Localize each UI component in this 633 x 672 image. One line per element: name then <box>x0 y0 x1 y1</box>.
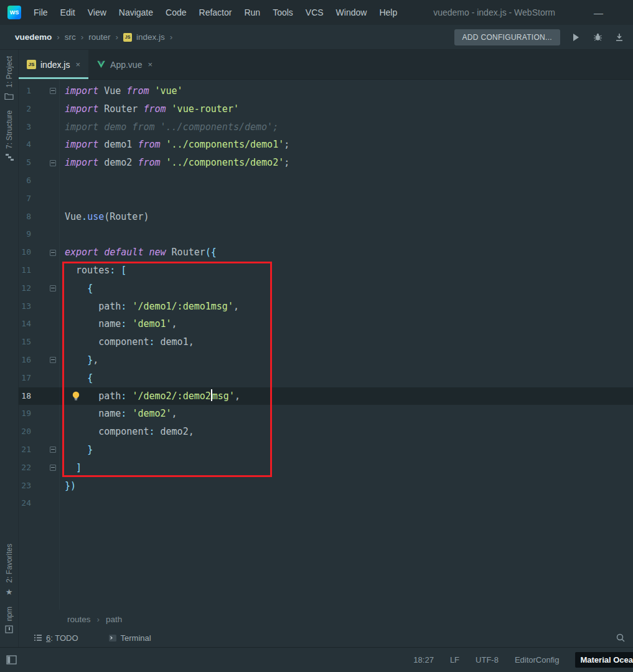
code-line-9[interactable]: 9 <box>19 225 633 244</box>
fold-spacer <box>50 142 56 148</box>
terminal-tool-button[interactable]: Terminal <box>105 633 155 643</box>
gutter: 18 <box>19 387 59 405</box>
gutter: 11 <box>19 262 59 280</box>
code-line-17[interactable]: 17 { <box>19 369 633 387</box>
gutter: 24 <box>19 495 59 513</box>
breadcrumb-file[interactable]: index.js <box>135 31 166 43</box>
line-number: 17 <box>19 369 31 387</box>
code-text: name: 'demo2', <box>59 405 177 423</box>
code-line-8[interactable]: 8Vue.use(Router) <box>19 208 633 226</box>
fold-spacer <box>50 232 56 238</box>
code-line-24[interactable]: 24 <box>19 495 633 513</box>
close-tab-icon[interactable]: × <box>148 60 152 69</box>
fold-spacer <box>50 411 56 417</box>
code-line-11[interactable]: 11 routes: [ <box>19 262 633 280</box>
fold-marker-icon[interactable] <box>50 88 56 94</box>
code-line-15[interactable]: 15 component: demo1, <box>19 333 633 351</box>
intention-bulb-icon[interactable] <box>71 390 81 402</box>
menu-window[interactable]: Window <box>330 5 373 20</box>
fold-spacer <box>50 214 56 220</box>
tab-index-js[interactable]: JS index.js × <box>19 50 88 79</box>
code-line-18[interactable]: 18 path: '/demo2/:demo2msg', <box>19 387 633 405</box>
gutter: 1 <box>19 82 59 100</box>
breadcrumb-router[interactable]: router <box>87 31 111 43</box>
code-line-6[interactable]: 6 <box>19 172 633 190</box>
layout-toggle-icon[interactable] <box>6 655 17 665</box>
todo-tool-button[interactable]: 6: TODO <box>30 633 82 643</box>
menu-navigate[interactable]: Navigate <box>113 5 159 20</box>
code-line-14[interactable]: 14 name: 'demo1', <box>19 315 633 333</box>
menu-view[interactable]: View <box>82 5 113 20</box>
line-number: 9 <box>19 225 31 244</box>
gutter: 10 <box>19 244 59 262</box>
code-line-13[interactable]: 13 path: '/demo1/:demo1msg', <box>19 298 633 316</box>
code-line-16[interactable]: 16 }, <box>19 351 633 369</box>
tool-window-favorites[interactable]: 2: Favorites ★ <box>5 544 14 597</box>
code-line-23[interactable]: 23}) <box>19 477 633 495</box>
line-number: 21 <box>19 441 31 459</box>
breadcrumb-path[interactable]: path <box>106 615 122 624</box>
menu-code[interactable]: Code <box>159 5 192 20</box>
file-encoding[interactable]: UTF-8 <box>476 655 499 665</box>
breadcrumb-separator: › <box>97 615 100 624</box>
code-line-10[interactable]: 10export default new Router({ <box>19 244 633 262</box>
menu-tools[interactable]: Tools <box>266 5 299 20</box>
menu-help[interactable]: Help <box>373 5 403 20</box>
editorconfig-widget[interactable]: EditorConfig <box>515 655 560 665</box>
menu-run[interactable]: Run <box>238 5 266 20</box>
fold-marker-icon[interactable] <box>50 160 56 166</box>
navigation-bar: vuedemo › src › router › JS index.js › A… <box>0 25 633 50</box>
webstorm-logo-icon: WS <box>7 6 21 19</box>
gutter: 20 <box>19 423 59 441</box>
fold-marker-icon[interactable] <box>50 357 56 363</box>
fold-marker-icon[interactable] <box>50 465 56 471</box>
code-line-5[interactable]: 5import demo2 from '../components/demo2'… <box>19 154 633 172</box>
menu-refactor[interactable]: Refactor <box>193 5 238 20</box>
code-line-20[interactable]: 20 component: demo2, <box>19 423 633 441</box>
code-text: component: demo2, <box>59 423 194 441</box>
caret-position[interactable]: 18:27 <box>413 655 434 665</box>
gutter: 2 <box>19 100 59 118</box>
fold-marker-icon[interactable] <box>50 447 56 453</box>
tab-app-vue[interactable]: App.vue × <box>88 50 161 79</box>
search-everywhere-icon[interactable] <box>614 632 627 644</box>
tool-window-project[interactable]: 1: Project <box>4 56 14 100</box>
line-number: 13 <box>19 298 31 316</box>
code-line-3[interactable]: 3import demo from '../components/demo'; <box>19 118 633 136</box>
add-configuration-button[interactable]: ADD CONFIGURATION... <box>454 29 560 45</box>
close-tab-icon[interactable]: × <box>75 60 80 69</box>
terminal-icon <box>108 634 117 642</box>
update-project-icon[interactable] <box>613 31 626 44</box>
debug-bug-icon[interactable] <box>591 31 604 44</box>
code-line-19[interactable]: 19 name: 'demo2', <box>19 405 633 423</box>
fold-spacer <box>50 124 56 130</box>
code-line-2[interactable]: 2import Router from 'vue-router' <box>19 100 633 118</box>
line-number: 20 <box>19 423 31 441</box>
menu-file[interactable]: File <box>27 5 54 20</box>
run-icon[interactable] <box>570 31 582 44</box>
code-line-4[interactable]: 4import demo1 from '../components/demo1'… <box>19 136 633 154</box>
fold-spacer <box>50 339 56 346</box>
breadcrumb-routes[interactable]: routes <box>67 615 91 624</box>
theme-widget[interactable]: Material Ocea <box>575 652 633 668</box>
code-line-12[interactable]: 12 { <box>19 280 633 298</box>
menu-edit[interactable]: Edit <box>54 5 82 20</box>
tool-window-npm[interactable]: npm <box>5 607 14 633</box>
breadcrumb-project[interactable]: vuedemo <box>14 31 53 43</box>
line-separator[interactable]: LF <box>450 655 459 665</box>
breadcrumb-src[interactable]: src <box>63 31 77 43</box>
minimize-button[interactable]: — <box>588 7 609 18</box>
code-editor[interactable]: 1import Vue from 'vue'2import Router fro… <box>19 80 633 610</box>
tool-window-structure[interactable]: 7: Structure <box>5 110 14 161</box>
code-line-22[interactable]: 22 ] <box>19 459 633 477</box>
fold-marker-icon[interactable] <box>50 250 56 256</box>
code-line-7[interactable]: 7 <box>19 190 633 208</box>
fold-marker-icon[interactable] <box>50 285 56 291</box>
tab-label: index.js <box>40 60 70 70</box>
tab-label: App.vue <box>110 60 142 70</box>
menu-vcs[interactable]: VCS <box>299 5 330 20</box>
code-line-1[interactable]: 1import Vue from 'vue' <box>19 82 633 100</box>
code-line-21[interactable]: 21 } <box>19 441 633 459</box>
todo-label: : TODO <box>50 633 78 643</box>
menu-bar: WS File Edit View Navigate Code Refactor… <box>0 0 633 25</box>
